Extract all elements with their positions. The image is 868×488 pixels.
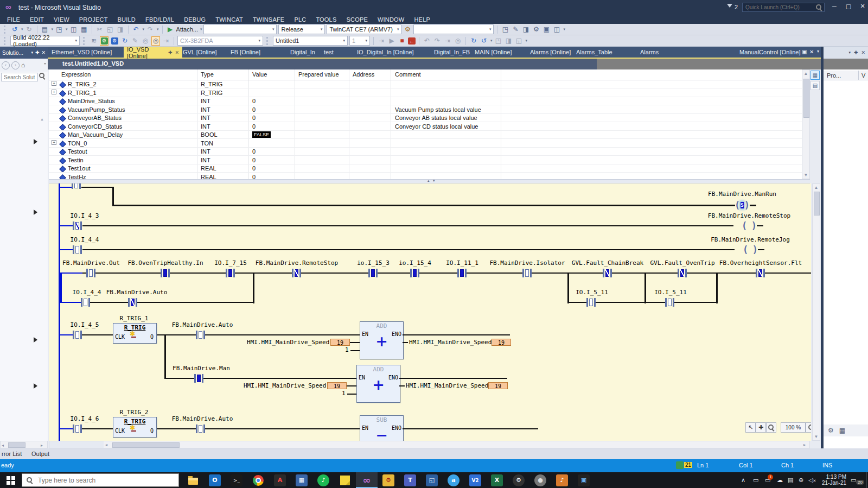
contact-isolator[interactable] <box>522 269 532 277</box>
zoom-tool-button[interactable] <box>766 422 776 433</box>
contact-io-i-7-15[interactable] <box>226 269 235 277</box>
scroll-up-icon[interactable]: ▲ <box>40 117 44 121</box>
taskbar-visual-studio[interactable]: ∞ <box>356 472 378 488</box>
tool-window-icon-4[interactable]: ⚙ <box>532 25 540 34</box>
attach-button[interactable]: Attach... <box>176 26 198 33</box>
contact-io-i-4-5[interactable] <box>73 331 82 339</box>
pin-icon[interactable]: ✚ <box>168 50 173 55</box>
tab-alarms[interactable]: Alarms <box>640 49 659 55</box>
navigate-back-icon[interactable]: ↺ <box>10 25 19 34</box>
tab-main[interactable]: MAIN [Online] <box>475 49 512 55</box>
menu-scope[interactable]: SCOPE <box>341 16 373 23</box>
scroll-right-icon[interactable]: ▸ <box>803 442 806 447</box>
stop-icon[interactable]: ■ <box>398 36 406 46</box>
menu-help[interactable]: HELP <box>409 16 435 23</box>
redo-icon[interactable]: ↷ <box>146 25 155 34</box>
scan-icon[interactable]: ✎ <box>131 36 139 46</box>
run-to-cursor-icon[interactable]: ◎ <box>454 36 462 46</box>
start-button[interactable] <box>0 472 22 488</box>
tool-window-icon-5[interactable]: ▣ <box>542 25 551 34</box>
sub-block[interactable]: SUB EN ENO − <box>360 415 404 441</box>
set-coil-manrun[interactable]: (S) <box>735 200 750 211</box>
undo-icon[interactable]: ↶ <box>132 25 141 34</box>
menu-fbdldil[interactable]: FBD/LD/IL <box>141 16 179 23</box>
pan-tool-button[interactable]: ✚ <box>756 422 766 433</box>
collapsed-splitter-arrow[interactable] <box>34 210 40 215</box>
contact-io-i-15-4[interactable] <box>410 269 419 277</box>
float-window-icon[interactable]: ▣ <box>802 49 807 55</box>
taskbar-search-box[interactable] <box>22 473 179 487</box>
col-expression[interactable]: Expression <box>61 71 91 78</box>
tab-gvl[interactable]: GVL [Online] <box>183 49 217 55</box>
maximize-button[interactable]: ▢ <box>842 0 855 12</box>
contact-io-i-4-3[interactable] <box>73 221 82 230</box>
close-icon[interactable]: ✕ <box>41 50 46 55</box>
toolbar-overflow-icon[interactable]: ” <box>44 62 46 68</box>
taskbar-spotify[interactable]: ♪ <box>312 472 334 488</box>
menu-twincat[interactable]: TWINCAT <box>210 16 248 23</box>
chevron-down-icon[interactable]: ▾ <box>848 50 851 55</box>
save-icon[interactable]: ◫ <box>69 25 78 34</box>
contact-io-i-5-11-a[interactable] <box>586 298 596 307</box>
taskbar-gear-app[interactable]: ⚙ <box>508 472 529 488</box>
quick-launch-input[interactable] <box>744 4 816 11</box>
tray-badged-app-icon[interactable]: ▭1 <box>765 477 770 484</box>
taskbar-acrobat[interactable]: A <box>269 472 291 488</box>
contact-fault-oventrip[interactable] <box>678 269 687 277</box>
tool-window-icon-2[interactable]: ✎ <box>511 25 520 34</box>
tab-test[interactable]: test <box>324 49 334 55</box>
pin-icon[interactable]: ✚ <box>35 50 40 55</box>
paste-icon[interactable]: ◨ <box>116 25 125 34</box>
debug-overflow[interactable]: ▾ <box>490 39 493 43</box>
pin-icon[interactable]: ✚ <box>854 50 858 55</box>
taskbar-outlook[interactable]: O <box>204 472 226 488</box>
start-icon[interactable]: ▶ <box>387 36 396 46</box>
taskbar-chrome[interactable] <box>247 472 269 488</box>
tab-ethernet-vsd[interactable]: Ethernet_VSD [Online] <box>52 49 112 55</box>
col-comment[interactable]: Comment <box>395 71 421 78</box>
home-icon[interactable]: ⌂ <box>21 61 25 69</box>
action-center-icon[interactable]: ▭ <box>851 477 856 484</box>
plc-instance-combo[interactable]: 1▾ <box>349 36 370 46</box>
table-row[interactable]: ConveyorAB_StatusINT0Conveyor AB status … <box>49 114 802 122</box>
select-tool-button[interactable]: ↖ <box>745 422 756 433</box>
flow-control-icon-1[interactable]: ◳ <box>494 36 503 46</box>
zoom-level[interactable]: 100 % <box>781 422 806 433</box>
taskbar-gray-app[interactable]: ● <box>529 472 551 488</box>
tray-chevron-icon[interactable]: ∧ <box>741 477 745 484</box>
contact-io-i-15-3[interactable] <box>368 269 378 277</box>
col-address[interactable]: Address <box>353 71 374 78</box>
toolbar-overflow[interactable]: ▾ <box>563 27 565 31</box>
taskbar-sticky-notes[interactable] <box>334 472 356 488</box>
scroll-right-icon[interactable]: ▸ <box>41 443 43 448</box>
scroll-left-icon[interactable]: ◂ <box>105 442 107 447</box>
table-row[interactable]: TestoutINT0 <box>49 148 802 156</box>
find-combo[interactable]: ▾ <box>413 24 494 34</box>
table-row[interactable]: + TON_0TON <box>49 140 802 148</box>
coil-remotestop[interactable]: () <box>742 220 757 231</box>
collapsed-splitter-arrow[interactable] <box>34 139 40 144</box>
rebuild-icon[interactable]: ↺ <box>480 36 488 46</box>
back-circle-icon[interactable]: ‹ <box>2 61 10 69</box>
tab-error-list[interactable]: rror List <box>2 451 22 457</box>
open-dropdown[interactable]: ▾ <box>66 27 68 31</box>
taskbar-twincat[interactable]: ⚙ <box>378 472 399 488</box>
menu-debug[interactable]: DEBUG <box>179 16 210 23</box>
taskbar-dark-app[interactable]: ▣ <box>573 472 595 488</box>
toolbox-icon[interactable]: ▦ <box>839 427 845 434</box>
scroll-up-icon[interactable]: ▲ <box>802 71 809 76</box>
new-file-icon[interactable]: ▤ <box>41 25 49 34</box>
attach-play-icon[interactable]: ▶ <box>166 25 175 34</box>
wrench-icon[interactable]: ⚙ <box>403 25 412 34</box>
contact-io-i-11-1[interactable] <box>457 269 467 277</box>
scroll-up-icon[interactable]: ▲ <box>813 185 820 190</box>
flow-control-icon-2[interactable]: ◨ <box>505 36 513 46</box>
contact-maindrive-auto-1[interactable] <box>196 331 205 339</box>
taskbar-v2-app[interactable]: V2 <box>464 472 486 488</box>
back-dropdown[interactable]: ▾ <box>21 27 23 31</box>
contact-partial[interactable] <box>72 183 81 189</box>
tool-window-icon-1[interactable]: ◳ <box>501 25 509 34</box>
contact-oventriphealthy[interactable] <box>161 269 170 277</box>
col-type[interactable]: Type <box>201 71 214 78</box>
chart-icon[interactable]: ≋ <box>90 36 98 46</box>
